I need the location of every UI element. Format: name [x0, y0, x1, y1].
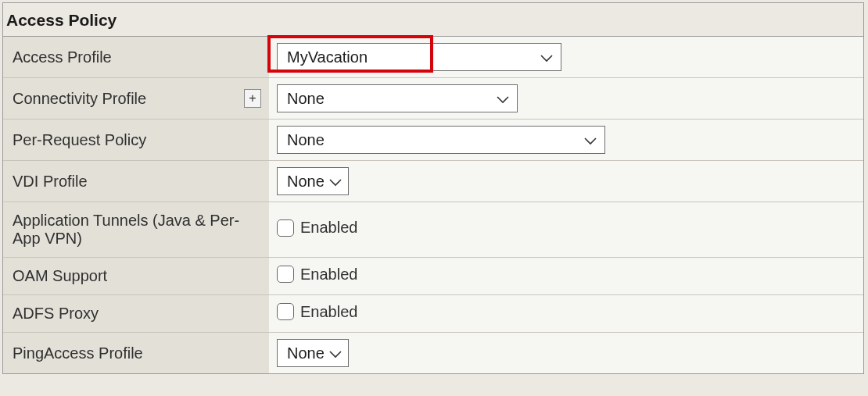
adfs-proxy-checkbox[interactable]: [277, 303, 294, 320]
field-per-request-policy: None: [269, 120, 863, 161]
adfs-proxy-checkbox-label: Enabled: [300, 303, 357, 321]
chevron-down-icon: [584, 131, 597, 149]
chevron-down-icon: [329, 173, 342, 191]
pingaccess-profile-select[interactable]: None: [277, 339, 349, 367]
chevron-down-icon: [329, 344, 342, 362]
row-adfs-proxy: ADFS Proxy Enabled: [3, 295, 863, 333]
label-access-profile: Access Profile: [3, 37, 269, 78]
label-vdi-profile: VDI Profile: [3, 161, 269, 202]
label-oam-support: OAM Support: [3, 258, 269, 295]
vdi-profile-value: None: [287, 173, 325, 191]
row-access-profile: Access Profile MyVacation: [3, 37, 863, 78]
access-profile-value: MyVacation: [287, 48, 368, 66]
row-connectivity-profile: Connectivity Profile + None: [3, 78, 863, 120]
row-per-request-policy: Per-Request Policy None: [3, 120, 863, 161]
access-profile-select[interactable]: MyVacation: [277, 43, 561, 71]
field-oam-support: Enabled: [269, 258, 863, 295]
field-connectivity-profile: None: [269, 78, 863, 120]
connectivity-profile-value: None: [287, 90, 325, 108]
pingaccess-profile-value: None: [287, 344, 325, 362]
per-request-policy-select[interactable]: None: [277, 126, 605, 154]
add-connectivity-profile-button[interactable]: +: [244, 89, 261, 108]
oam-support-checkbox[interactable]: [277, 266, 294, 283]
chevron-down-icon: [497, 90, 509, 108]
label-connectivity-profile: Connectivity Profile: [13, 90, 146, 108]
label-per-request-policy: Per-Request Policy: [3, 120, 269, 161]
field-vdi-profile: None: [269, 161, 863, 202]
app-tunnels-checkbox-wrap[interactable]: Enabled: [277, 219, 357, 237]
oam-support-checkbox-label: Enabled: [300, 266, 357, 284]
label-pingaccess-profile: PingAccess Profile: [3, 333, 269, 374]
oam-support-checkbox-wrap[interactable]: Enabled: [277, 266, 357, 284]
field-access-profile: MyVacation: [269, 37, 863, 78]
panel-title: Access Policy: [3, 3, 863, 36]
field-pingaccess-profile: None: [269, 333, 863, 374]
chevron-down-icon: [540, 48, 553, 66]
vdi-profile-select[interactable]: None: [277, 167, 349, 195]
connectivity-profile-select[interactable]: None: [277, 84, 518, 112]
row-app-tunnels: Application Tunnels (Java & Per-App VPN)…: [3, 202, 863, 258]
label-adfs-proxy: ADFS Proxy: [3, 295, 269, 333]
adfs-proxy-checkbox-wrap[interactable]: Enabled: [277, 303, 357, 321]
access-policy-panel: Access Policy Access Profile MyVacation …: [2, 2, 864, 374]
row-vdi-profile: VDI Profile None: [3, 161, 863, 202]
field-adfs-proxy: Enabled: [269, 295, 863, 333]
app-tunnels-checkbox-label: Enabled: [300, 219, 357, 237]
per-request-policy-value: None: [287, 131, 325, 149]
field-app-tunnels: Enabled: [269, 202, 863, 258]
row-pingaccess-profile: PingAccess Profile None: [3, 333, 863, 374]
app-tunnels-checkbox[interactable]: [277, 219, 294, 237]
label-app-tunnels: Application Tunnels (Java & Per-App VPN): [3, 202, 269, 258]
access-policy-form: Access Profile MyVacation Connectivity P…: [3, 36, 863, 373]
row-oam-support: OAM Support Enabled: [3, 258, 863, 295]
